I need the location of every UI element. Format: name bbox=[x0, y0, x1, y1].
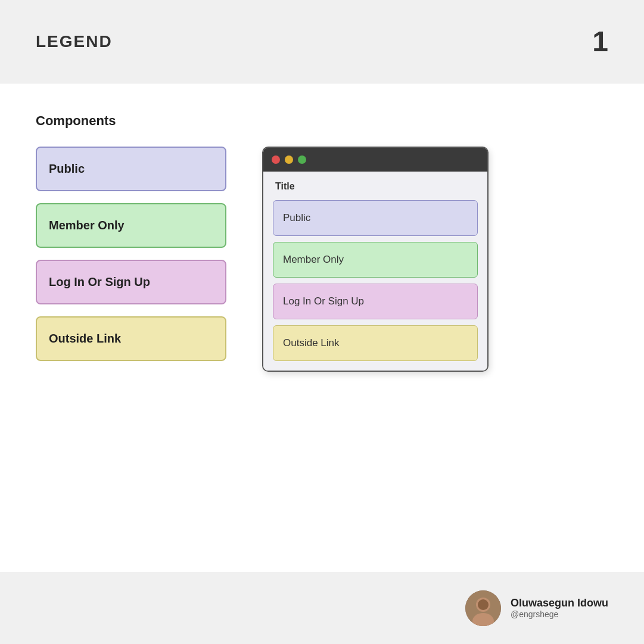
card-member-label: Member Only bbox=[49, 219, 125, 232]
browser-titlebar bbox=[263, 148, 487, 172]
card-public-label: Public bbox=[49, 162, 85, 176]
browser-card-outside-label: Outside Link bbox=[283, 337, 340, 349]
components-layout: Public Member Only Log In Or Sign Up Out… bbox=[36, 147, 608, 372]
card-outside-label: Outside Link bbox=[49, 332, 121, 346]
header: LEGEND 1 bbox=[0, 0, 644, 83]
traffic-light-green bbox=[298, 155, 306, 164]
avatar-image bbox=[465, 590, 501, 626]
browser-card-login[interactable]: Log In Or Sign Up bbox=[273, 284, 478, 319]
browser-window-title: Title bbox=[273, 181, 478, 194]
browser-card-public-label: Public bbox=[283, 212, 310, 224]
traffic-light-red bbox=[272, 155, 280, 164]
legend-title: LEGEND bbox=[36, 32, 113, 51]
card-public[interactable]: Public bbox=[36, 147, 226, 191]
svg-point-3 bbox=[478, 599, 489, 610]
browser-body: Title Public Member Only Log In Or Sign … bbox=[263, 172, 487, 371]
page-number: 1 bbox=[592, 25, 608, 58]
avatar bbox=[465, 590, 501, 626]
card-member[interactable]: Member Only bbox=[36, 203, 226, 248]
browser-card-login-label: Log In Or Sign Up bbox=[283, 295, 364, 307]
author-handle: @engrshege bbox=[511, 609, 608, 619]
card-outside[interactable]: Outside Link bbox=[36, 316, 226, 361]
components-left: Public Member Only Log In Or Sign Up Out… bbox=[36, 147, 226, 361]
footer: Oluwasegun Idowu @engrshege bbox=[0, 572, 644, 644]
browser-card-outside[interactable]: Outside Link bbox=[273, 325, 478, 361]
card-login[interactable]: Log In Or Sign Up bbox=[36, 260, 226, 304]
card-login-label: Log In Or Sign Up bbox=[49, 275, 150, 289]
browser-window: Title Public Member Only Log In Or Sign … bbox=[262, 147, 489, 372]
main-content: Components Public Member Only Log In Or … bbox=[0, 83, 644, 572]
traffic-light-yellow bbox=[285, 155, 293, 164]
author-info: Oluwasegun Idowu @engrshege bbox=[511, 597, 608, 619]
author-name: Oluwasegun Idowu bbox=[511, 597, 608, 609]
browser-card-member-label: Member Only bbox=[283, 254, 344, 266]
section-title: Components bbox=[36, 113, 608, 129]
browser-card-public[interactable]: Public bbox=[273, 200, 478, 236]
browser-card-member[interactable]: Member Only bbox=[273, 242, 478, 278]
